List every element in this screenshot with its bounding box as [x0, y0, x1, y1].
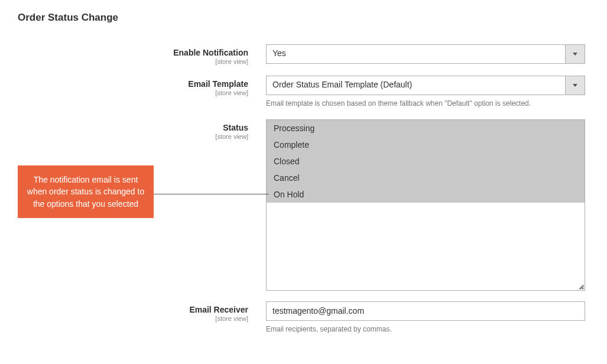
- label-text: Status: [18, 123, 248, 132]
- status-option[interactable]: On Hold: [267, 186, 585, 203]
- email-receiver-note: Email recipients, separated by commas.: [266, 324, 585, 334]
- status-option[interactable]: Cancel: [267, 170, 585, 186]
- label-text: Enable Notification: [18, 48, 248, 57]
- chevron-down-icon: [565, 76, 585, 95]
- label-scope: [store view]: [18, 315, 248, 322]
- label-enable-notification: Enable Notification [store view]: [18, 44, 266, 65]
- select-value: Yes: [267, 45, 565, 63]
- label-email-receiver: Email Receiver [store view]: [18, 301, 266, 322]
- label-status: Status [store view]: [18, 119, 266, 140]
- enable-notification-select[interactable]: Yes: [266, 44, 585, 64]
- row-email-template: Email Template [store view] Order Status…: [18, 76, 589, 109]
- row-enable-notification: Enable Notification [store view] Yes: [18, 44, 589, 65]
- status-option[interactable]: Closed: [267, 153, 585, 170]
- email-receiver-input[interactable]: [266, 301, 585, 321]
- email-template-note: Email template is chosen based on theme …: [266, 99, 585, 109]
- resize-handle-icon: [577, 283, 583, 289]
- row-email-receiver: Email Receiver [store view] Email recipi…: [18, 301, 589, 334]
- status-option[interactable]: Processing: [267, 120, 585, 136]
- select-value: Order Status Email Template (Default): [267, 76, 565, 95]
- section-title: Order Status Change: [18, 12, 589, 24]
- label-scope: [store view]: [18, 58, 248, 65]
- email-template-select[interactable]: Order Status Email Template (Default): [266, 76, 585, 95]
- annotation-line: [154, 194, 269, 194]
- status-option[interactable]: Complete: [267, 136, 585, 153]
- label-scope: [store view]: [18, 133, 248, 140]
- status-multiselect[interactable]: ProcessingCompleteClosedCancelOn Hold: [266, 119, 585, 291]
- chevron-down-icon: [565, 45, 585, 63]
- label-scope: [store view]: [18, 89, 248, 96]
- annotation-callout: The notification email is sent when orde…: [18, 165, 154, 218]
- label-text: Email Receiver: [18, 305, 248, 314]
- label-text: Email Template: [18, 79, 248, 89]
- label-email-template: Email Template [store view]: [18, 76, 266, 96]
